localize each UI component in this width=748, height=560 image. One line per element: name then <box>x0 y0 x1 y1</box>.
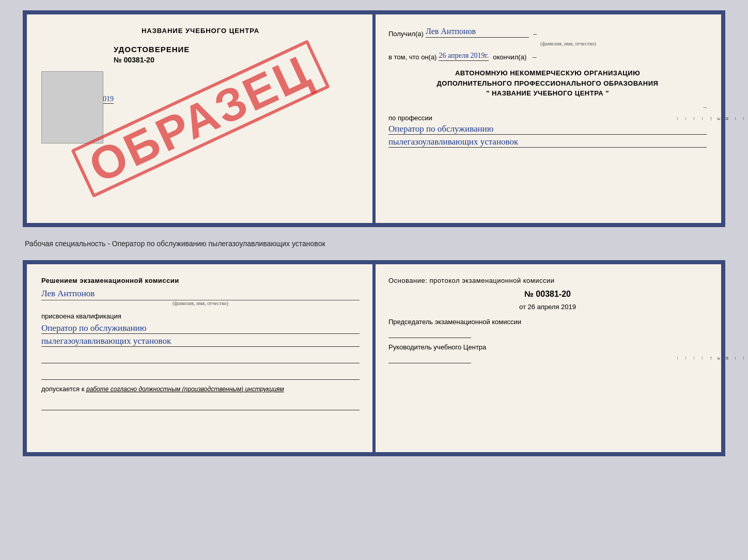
bold-line2: ДОПОЛНИТЕЛЬНОГО ПРОФЕССИОНАЛЬНОГО ОБРАЗО… <box>388 78 707 89</box>
document-wrapper: НАЗВАНИЕ УЧЕБНОГО ЦЕНТРА УДОСТОВЕРЕНИЕ №… <box>23 10 725 456</box>
vtom-label: в том, что он(а) <box>388 53 437 61</box>
signature-line-1 <box>41 349 360 363</box>
org-block: АВТОНОМНУЮ НЕКОММЕРЧЕСКУЮ ОРГАНИЗАЦИЮ ДО… <box>388 68 707 99</box>
cert-middle: УДОСТОВЕРЕНИЕ № 00381-20 <box>114 45 360 64</box>
okochil-label: окончил(а) <box>493 53 526 61</box>
dopusk-text: работе согласно должностным (производств… <box>86 386 284 393</box>
lower-right-page: Основание: протокол экзаменационной коми… <box>374 264 721 452</box>
dash2: – <box>533 53 536 61</box>
name-subtitle: (фамилия, имя, отчество) <box>430 41 707 46</box>
protocol-date-row: от 26 апреля 2019 <box>388 303 707 311</box>
prisvoena-label: присвоена квалификация <box>41 312 360 320</box>
lower-certificate-book: Решением экзаменационной комиссии Лев Ан… <box>23 260 725 456</box>
po-professii-label: по профессии <box>388 114 707 122</box>
lower-left-page: Решением экзаменационной комиссии Лев Ан… <box>27 264 374 452</box>
recipient-row: Получил(а) Лев Антпонов – <box>388 27 707 38</box>
photo-placeholder <box>41 71 103 143</box>
lower-name-subtitle: (фамилия, имя, отчество) <box>41 300 360 306</box>
cert-title: НАЗВАНИЕ УЧЕБНОГО ЦЕНТРА <box>41 27 360 35</box>
predsedatel-label: Председатель экзаменационной комиссии <box>388 318 707 326</box>
lower-person-name: Лев Антпонов <box>41 289 360 299</box>
completion-date: 26 апреля 2019г. <box>439 52 489 61</box>
ot-date: 26 апреля 2019 <box>528 303 576 311</box>
lower-qual-line1: Оператор по обслуживанию <box>41 323 360 334</box>
dopuskaetsya-label: допускается к <box>41 385 84 393</box>
poluchil-label: Получил(а) <box>388 30 424 38</box>
upper-certificate-book: НАЗВАНИЕ УЧЕБНОГО ЦЕНТРА УДОСТОВЕРЕНИЕ №… <box>23 10 725 227</box>
lower-right-sidebar: – – – и а ← – – – – <box>710 264 721 452</box>
rukovoditel-block: Руководитель учебного Центра <box>388 343 707 363</box>
udostoverenie-label: УДОСТОВЕРЕНИЕ <box>114 45 360 54</box>
osnovaniye-label: Основание: протокол экзаменационной коми… <box>388 277 707 284</box>
dash3: – <box>388 103 707 111</box>
upper-right-page: Получил(а) Лев Антпонов – (фамилия, имя,… <box>374 14 721 223</box>
dopusk-line <box>41 396 360 410</box>
recipient-name: Лев Антпонов <box>426 27 529 38</box>
dash1: – <box>533 30 537 38</box>
cert-number: № 00381-20 <box>114 56 360 64</box>
rukovoditel-label: Руководитель учебного Центра <box>388 343 707 351</box>
bold-line3: " НАЗВАНИЕ УЧЕБНОГО ЦЕНТРА " <box>388 88 707 99</box>
protocol-number: № 00381-20 <box>388 290 707 299</box>
signature-line-2 <box>41 365 360 380</box>
predsedatel-sig-line <box>388 328 471 338</box>
profession-line1: Оператор по обслуживанию <box>388 124 707 135</box>
lower-section-title: Решением экзаменационной комиссии <box>41 277 360 284</box>
lower-qual-line2: пылегазоулавливающих установок <box>41 336 360 347</box>
vtom-row: в том, что он(а) 26 апреля 2019г. окончи… <box>388 52 707 61</box>
predsedatel-block: Председатель экзаменационной комиссии <box>388 318 707 338</box>
right-sidebar: – – – и а ← – – – – <box>710 14 721 223</box>
ot-label: от <box>519 303 526 311</box>
bold-line1: АВТОНОМНУЮ НЕКОММЕРЧЕСКУЮ ОРГАНИЗАЦИЮ <box>388 68 707 78</box>
rukovoditel-sig-line <box>388 353 471 363</box>
dopusk-row: допускается к работе согласно должностны… <box>41 385 360 393</box>
profession-line2: пылегазоулавливающих установок <box>388 137 707 148</box>
upper-left-page: НАЗВАНИЕ УЧЕБНОГО ЦЕНТРА УДОСТОВЕРЕНИЕ №… <box>27 14 374 223</box>
separator-text: Рабочая специальность - Оператор по обсл… <box>23 239 725 248</box>
